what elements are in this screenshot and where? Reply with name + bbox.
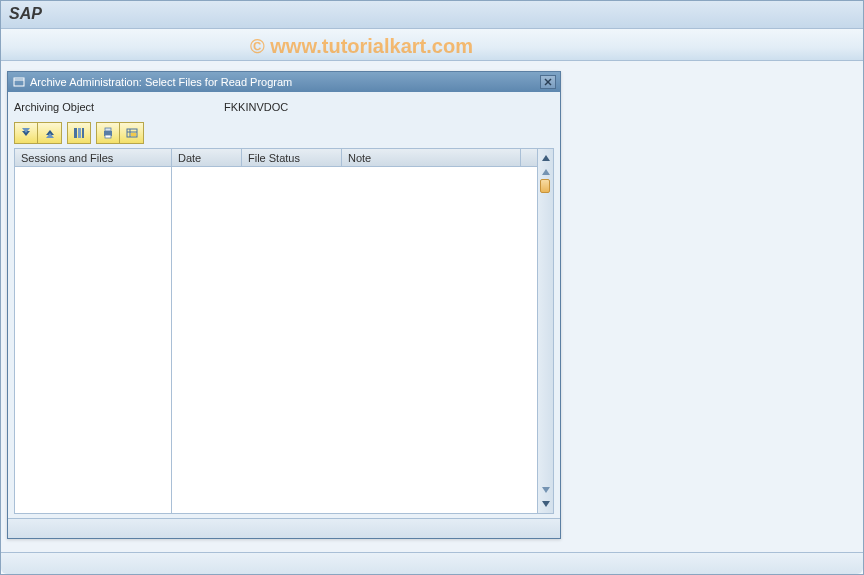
scroll-track[interactable] [538, 179, 553, 483]
print-button[interactable] [96, 122, 120, 144]
status-bar [1, 552, 863, 574]
svg-marker-20 [542, 487, 550, 493]
close-button[interactable] [540, 75, 556, 89]
svg-marker-18 [542, 155, 550, 161]
chevron-up-icon [542, 155, 550, 161]
dialog-title: Archive Administration: Select Files for… [30, 76, 540, 88]
grid-body[interactable] [172, 167, 537, 513]
archive-dialog: Archive Administration: Select Files for… [7, 71, 561, 539]
archiving-object-label: Archiving Object [14, 101, 224, 113]
app-title: SAP [9, 5, 42, 22]
chevron-down-icon [542, 501, 550, 507]
svg-rect-9 [78, 128, 81, 138]
col-sessions-files[interactable]: Sessions and Files [15, 149, 171, 166]
scroll-down-button[interactable] [540, 498, 552, 510]
layout-icon [125, 126, 139, 140]
svg-rect-0 [14, 78, 24, 86]
svg-rect-13 [105, 135, 111, 138]
svg-marker-19 [542, 169, 550, 175]
scroll-down-button-2[interactable] [540, 484, 552, 496]
column-config-icon [72, 126, 86, 140]
chevron-up-icon [542, 169, 550, 175]
layout-button[interactable] [120, 122, 144, 144]
dialog-sys-icon [12, 75, 26, 89]
col-date[interactable]: Date [172, 149, 242, 166]
dialog-titlebar[interactable]: Archive Administration: Select Files for… [8, 72, 560, 92]
app-window: SAP © www.tutorialkart.com Archive Admin… [0, 0, 864, 575]
scroll-up-button[interactable] [540, 152, 552, 164]
grid-left-pane: Sessions and Files [15, 149, 172, 513]
svg-rect-12 [105, 128, 111, 131]
svg-marker-21 [542, 501, 550, 507]
collapse-all-button[interactable] [38, 122, 62, 144]
svg-rect-10 [82, 128, 84, 138]
svg-rect-17 [131, 133, 136, 136]
tree-body[interactable] [15, 167, 171, 513]
print-icon [101, 126, 115, 140]
dialog-toolbar [14, 122, 554, 144]
col-spacer [521, 149, 537, 166]
file-grid: Sessions and Files Date File Status Note [14, 148, 554, 514]
content-area: Archive Administration: Select Files for… [1, 61, 863, 552]
collapse-all-icon [43, 126, 57, 140]
column-config-button[interactable] [67, 122, 91, 144]
dialog-footer [8, 518, 560, 538]
scroll-up-button-2[interactable] [540, 166, 552, 178]
grid-right-pane: Date File Status Note [172, 149, 553, 513]
app-toolbar [1, 29, 863, 61]
dialog-body: Archiving Object FKKINVDOC [8, 92, 560, 518]
scroll-thumb[interactable] [540, 179, 550, 193]
svg-rect-8 [74, 128, 77, 138]
col-note[interactable]: Note [342, 149, 521, 166]
expand-all-icon [19, 126, 33, 140]
col-file-status[interactable]: File Status [242, 149, 342, 166]
archiving-object-value: FKKINVDOC [224, 101, 288, 113]
expand-all-button[interactable] [14, 122, 38, 144]
close-icon [544, 78, 552, 86]
vertical-scrollbar[interactable] [537, 149, 553, 513]
chevron-down-icon [542, 487, 550, 493]
archiving-object-row: Archiving Object FKKINVDOC [14, 98, 554, 116]
app-title-bar: SAP [1, 1, 863, 29]
